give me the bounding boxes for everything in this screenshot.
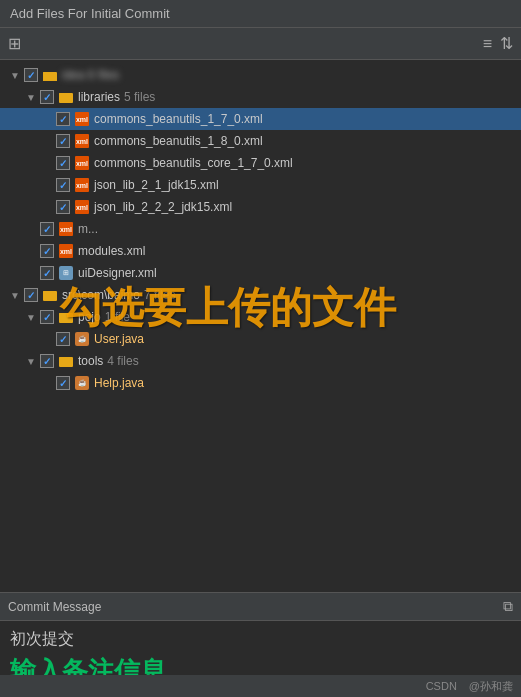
checkbox-file4[interactable] <box>56 178 70 192</box>
arrow-tools-icon <box>24 354 38 368</box>
collapse-icon[interactable]: ⇅ <box>500 34 513 53</box>
checkbox-tools[interactable] <box>40 354 54 368</box>
checkbox-file3[interactable] <box>56 156 70 170</box>
footer: CSDN @孙和龚 <box>0 675 521 697</box>
checkbox-user[interactable] <box>56 332 70 346</box>
tree-item-label-file7: modules.xml <box>78 244 145 258</box>
title-bar-text: Add Files For Initial Commit <box>10 6 170 21</box>
svg-rect-5 <box>43 291 49 294</box>
commit-text-value: 初次提交 <box>10 629 511 650</box>
checkbox-file1[interactable] <box>56 112 70 126</box>
commit-message-label: Commit Message <box>8 600 101 614</box>
svg-rect-7 <box>59 313 65 316</box>
tree-item-label-user: User.java <box>94 332 144 346</box>
xml-icon-file3: xml <box>74 155 90 171</box>
xml-icon-file6: xml <box>58 221 74 237</box>
java-icon-help: ☕ <box>74 375 90 391</box>
tree-item-label-file1: commons_beanutils_1_7_0.xml <box>94 112 263 126</box>
copy-icon[interactable]: ⧉ <box>503 598 513 615</box>
sort-icon[interactable]: ≡ <box>483 35 492 53</box>
tree-row-file2[interactable]: xml commons_beanutils_1_8_0.xml <box>0 130 521 152</box>
folder-tools-icon <box>58 353 74 369</box>
toolbar-right: ≡ ⇅ <box>483 34 513 53</box>
tree-item-label-file3: commons_beanutils_core_1_7_0.xml <box>94 156 293 170</box>
tree-item-label-file4: json_lib_2_1_jdk15.xml <box>94 178 219 192</box>
tree-item-label-file8: uiDesigner.xml <box>78 266 157 280</box>
tree-item-label-root: idea 6 files <box>62 68 119 82</box>
java-icon-user: ☕ <box>74 331 90 347</box>
xml-icon-file1: xml <box>74 111 90 127</box>
toolbar-left: ⊞ <box>8 34 21 53</box>
folder-icon <box>42 67 58 83</box>
xml-icon-file7: xml <box>58 243 74 259</box>
tree-item-count-tools: 4 files <box>107 354 138 368</box>
tree-item-label-libraries: libraries <box>78 90 120 104</box>
layout-icon[interactable]: ⊞ <box>8 34 21 53</box>
main-area: ⊞ ≡ ⇅ idea 6 files <box>0 28 521 697</box>
commit-message-header: Commit Message ⧉ <box>0 593 521 621</box>
tree-row-pojo[interactable]: pojo 1 file <box>0 306 521 328</box>
checkbox-file5[interactable] <box>56 200 70 214</box>
toolbar: ⊞ ≡ ⇅ <box>0 28 521 60</box>
checkbox-src[interactable] <box>24 288 38 302</box>
checkbox-help[interactable] <box>56 376 70 390</box>
xml-icon-file4: xml <box>74 177 90 193</box>
tree-row-help[interactable]: ☕ Help.java <box>0 372 521 394</box>
arrow-pojo-icon <box>24 310 38 324</box>
tree-row-file6[interactable]: xml m... <box>0 218 521 240</box>
folder-src-icon <box>42 287 58 303</box>
tree-item-count-libraries: 5 files <box>124 90 155 104</box>
tree-row-libraries[interactable]: libraries 5 files <box>0 86 521 108</box>
checkbox-file8[interactable] <box>40 266 54 280</box>
tree-item-count-pojo: 1 file <box>105 310 130 324</box>
tree-row-user[interactable]: ☕ User.java <box>0 328 521 350</box>
checkbox-root[interactable] <box>24 68 38 82</box>
checkbox-file7[interactable] <box>40 244 54 258</box>
tree-item-label-pojo: pojo <box>78 310 101 324</box>
file-tree-container[interactable]: idea 6 files libraries 5 files xml commo… <box>0 60 521 592</box>
tree-row-file5[interactable]: xml json_lib_2_2_2_jdk15.xml <box>0 196 521 218</box>
xml-icon-file5: xml <box>74 199 90 215</box>
tree-item-label-tools: tools <box>78 354 103 368</box>
tree-item-label-file2: commons_beanutils_1_8_0.xml <box>94 134 263 148</box>
footer-source: CSDN <box>426 680 457 692</box>
arrow-libraries-icon <box>24 90 38 104</box>
tree-item-label-help: Help.java <box>94 376 144 390</box>
tree-row-file3[interactable]: xml commons_beanutils_core_1_7_0.xml <box>0 152 521 174</box>
checkbox-file2[interactable] <box>56 134 70 148</box>
checkbox-libraries[interactable] <box>40 90 54 104</box>
tree-row-file7[interactable]: xml modules.xml <box>0 240 521 262</box>
tree-item-count-src: 7 files <box>144 288 175 302</box>
tree-row-file8[interactable]: ⊞ uiDesigner.xml <box>0 262 521 284</box>
tree-row-root[interactable]: idea 6 files <box>0 64 521 86</box>
tree-row-tools[interactable]: tools 4 files <box>0 350 521 372</box>
tree-row-src[interactable]: src\com\baimo 7 files <box>0 284 521 306</box>
title-bar: Add Files For Initial Commit <box>0 0 521 28</box>
tree-item-label-file5: json_lib_2_2_2_jdk15.xml <box>94 200 232 214</box>
tree-row-file1[interactable]: xml commons_beanutils_1_7_0.xml <box>0 108 521 130</box>
folder-libraries-icon <box>58 89 74 105</box>
arrow-src-icon <box>8 288 22 302</box>
module-icon-file8: ⊞ <box>58 265 74 281</box>
tree-item-label-src: src\com\baimo <box>62 288 140 302</box>
svg-rect-1 <box>43 72 49 74</box>
checkbox-pojo[interactable] <box>40 310 54 324</box>
xml-icon-file2: xml <box>74 133 90 149</box>
arrow-down-icon <box>8 68 22 82</box>
tree-row-file4[interactable]: xml json_lib_2_1_jdk15.xml <box>0 174 521 196</box>
svg-rect-9 <box>59 357 65 360</box>
svg-rect-3 <box>59 93 65 96</box>
checkbox-file6[interactable] <box>40 222 54 236</box>
tree-item-label-file6: m... <box>78 222 98 236</box>
folder-pojo-icon <box>58 309 74 325</box>
footer-author: @孙和龚 <box>469 679 513 694</box>
